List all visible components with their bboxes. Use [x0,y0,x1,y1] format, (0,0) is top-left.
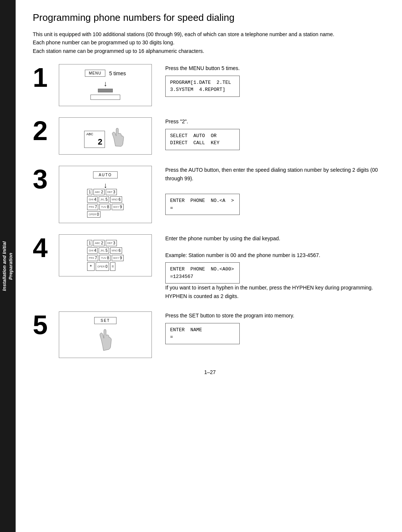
step-4: 4 1 ABC 2 DEF 3 GHI 4 JKL 5 MNO 6 PRS 7 … [33,234,387,300]
step-3-desc-text: Press the AUTO button, then enter the sp… [165,166,387,183]
keypad-row-1: 1 ABC 2 DEF 3 [87,189,123,195]
keypad-row-2: GHI 4 JKL 5 MNO 6 [87,196,123,203]
step-1-display: PROGRAM[1.DATE 2.TEL3.SYSTEM 4.REPORT] [165,76,240,97]
key4-9: WXY 9 [112,255,124,261]
step-5-diagram: SET [59,311,152,358]
main-content: Programming phone numbers for speed dial… [22,0,402,390]
key-6: MNO 6 [110,196,122,203]
step-1: 1 MENU 5 times ↓ Press the MENU button 5… [33,64,387,106]
step-5-description: Press the SET button to store the progra… [165,311,387,344]
step-4-desc-line2: Example: Station number is 00 and the ph… [165,251,387,259]
key-abc-label: ABC [86,132,93,136]
step-1-diagram: MENU 5 times ↓ [59,64,152,106]
intro-line2: Each phone number can be programmed up t… [33,39,175,45]
key4-star: ＊ [87,262,95,271]
step-4-number: 4 [33,234,55,261]
key-2-label: 2 [98,137,102,147]
key-1: 1 [87,189,92,195]
arrow-down-icon: ↓ [103,80,107,87]
keypad4-row-1: 1 ABC 2 DEF 3 [87,240,123,246]
key4-1: 1 [87,240,92,246]
key4-8: TUV 8 [99,255,111,261]
key-7: PRS 7 [87,204,98,210]
keypad-row-4: OPER 0 [87,211,123,218]
step-3-inner: AUTO ↓ 1 ABC 2 DEF 3 GHI 4 JKL 5 MNO 6 P… [87,171,123,218]
sidebar: Installation and InitialPreparation [0,0,16,532]
step-5-desc-text: Press the SET button to store the progra… [165,311,387,320]
key-3: DEF 3 [106,189,117,195]
key4-5: JKL 5 [99,247,109,254]
times-label: 5 times [109,70,126,76]
step-2-display: SELECT AUTO ORDIRECT CALL KEY [165,129,240,150]
key-8: TUV 8 [99,204,111,210]
step-3-description: Press the AUTO button, then enter the sp… [165,166,387,215]
key-2-box: ABC 2 [84,131,105,148]
step-2-description: Press "2". SELECT AUTO ORDIRECT CALL KEY [165,117,387,150]
page-number: 1–27 [33,369,387,375]
key-9: WXY 9 [112,204,124,210]
key-2: ABC 2 [93,189,105,195]
set-area: SET [94,317,117,352]
intro-line3: Each station name can be programmed up t… [33,48,204,54]
key-0: OPER 0 [87,211,100,218]
step-5-display: ENTER NAME= [165,323,240,344]
key4-4: GHI 4 [87,247,98,254]
keypad-4: 1 ABC 2 DEF 3 GHI 4 JKL 5 MNO 6 PRS 7 TU… [87,240,123,271]
step-2: 2 ABC 2 Press "2". SELECT AUTO ORDIRECT … [33,117,387,155]
step-4-desc-line1: Enter the phone number by using the dial… [165,234,387,243]
step-1-desc-text: Press the MENU button 5 times. [165,64,387,72]
step-2-number: 2 [33,117,55,144]
keypad4-row-2: GHI 4 JKL 5 MNO 6 [87,247,123,254]
display-rect-small [98,89,113,92]
intro-text: This unit is equipped with 100 additiona… [33,30,387,55]
key-4: GHI 4 [87,196,98,203]
page-title: Programming phone numbers for speed dial… [33,12,387,23]
step-3-diagram: AUTO ↓ 1 ABC 2 DEF 3 GHI 4 JKL 5 MNO 6 P… [59,166,152,223]
step-3-number: 3 [33,166,55,193]
step-3-display: ENTER PHONE NO.<A >= [165,194,240,215]
key4-3: DEF 3 [106,240,117,246]
step-1-description: Press the MENU button 5 times. PROGRAM[1… [165,64,387,96]
menu-button-label: MENU [85,70,105,77]
step-4-desc-line3: If you want to insert a hyphen in the nu… [165,284,387,300]
display-rect-wide [90,95,120,100]
step-2-diagram: ABC 2 [59,117,152,155]
key4-7: PRS 7 [87,255,98,261]
step-1-number: 1 [33,64,55,91]
key4-6: MNO 6 [110,247,122,254]
step-3-arrow: ↓ [103,181,107,189]
key4-equals: = [110,262,115,271]
key4-2: ABC 2 [93,240,105,246]
finger-icon [108,126,127,148]
keypad4-row-3: PRS 7 TUV 8 WXY 9 [87,255,123,261]
auto-button: AUTO [93,171,118,178]
step-2-desc-text: Press "2". [165,117,387,126]
step-5: 5 SET Press the SET button to store the … [33,311,387,358]
step-4-diagram: 1 ABC 2 DEF 3 GHI 4 JKL 5 MNO 6 PRS 7 TU… [59,234,152,276]
step-2-key-area: ABC 2 [84,124,127,148]
sidebar-label: Installation and InitialPreparation [1,241,14,291]
step-1-menu-row: MENU 5 times [85,70,126,77]
set-button: SET [94,317,116,324]
step-3: 3 AUTO ↓ 1 ABC 2 DEF 3 GHI 4 JKL 5 MNO 6 [33,166,387,223]
keypad-3: 1 ABC 2 DEF 3 GHI 4 JKL 5 MNO 6 PRS 7 TU… [87,189,123,218]
keypad-row-3: PRS 7 TUV 8 WXY 9 [87,204,123,210]
keypad4-row-4: ＊ OPER 0 = [87,262,123,271]
key-5: JKL 5 [99,196,109,203]
step-4-description: Enter the phone number by using the dial… [165,234,387,300]
intro-line1: This unit is equipped with 100 additiona… [33,31,334,37]
step-5-number: 5 [33,311,55,338]
step-4-display: ENTER PHONE NO.<A00>=1234567 [165,262,240,284]
key4-0: OPER 0 [96,262,109,271]
set-finger-icon [94,326,117,352]
